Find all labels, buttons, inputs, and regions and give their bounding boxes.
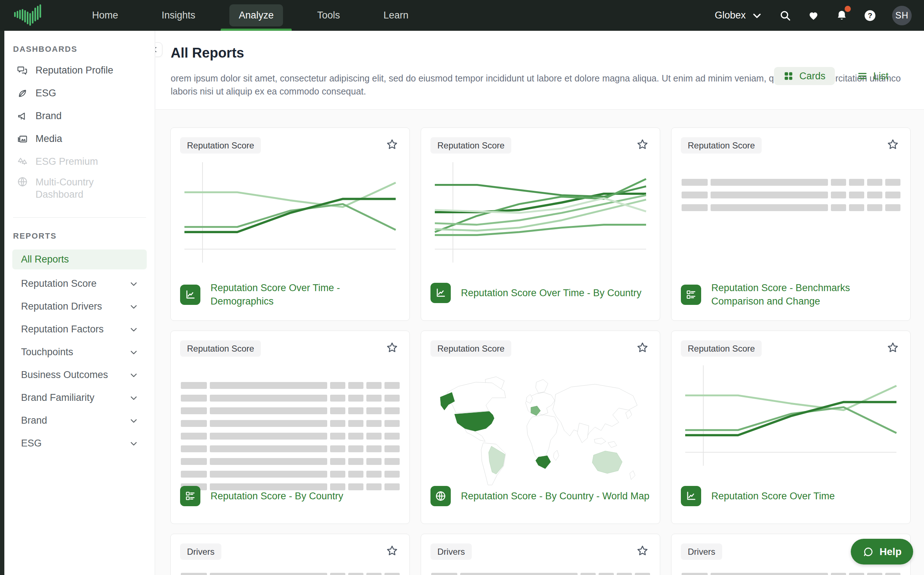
- report-card[interactable]: Reputation Score Reputation Score - Benc…: [671, 127, 911, 321]
- nav-item-insights[interactable]: Insights: [140, 0, 217, 31]
- report-link[interactable]: Reputation Score - By Country - World Ma…: [461, 489, 649, 503]
- chevron-down-icon: [129, 370, 139, 380]
- account-switcher[interactable]: Globex: [715, 10, 763, 22]
- star-icon[interactable]: [886, 341, 899, 354]
- page-title: All Reports: [170, 45, 244, 61]
- line-chart-icon: [430, 283, 451, 303]
- star-icon[interactable]: [636, 544, 649, 557]
- sidebar-item-multi-country-dashboard[interactable]: Multi-Country Dashboard: [4, 173, 155, 209]
- sidebar-item-esg[interactable]: ESG: [4, 82, 155, 105]
- report-card[interactable]: Reputation Score Reputation Score Over T…: [170, 127, 410, 321]
- chevron-down-icon: [751, 10, 763, 22]
- sidebar-item-brand-reports[interactable]: Brand: [4, 409, 155, 432]
- sidebar-item-brand[interactable]: Brand: [4, 105, 155, 127]
- nav-item-learn[interactable]: Learn: [362, 0, 430, 31]
- report-link[interactable]: Reputation Score Over Time - By Country: [461, 286, 641, 300]
- megaphone-icon: [17, 110, 28, 122]
- sidebar-item-reputation-factors[interactable]: Reputation Factors: [4, 318, 155, 341]
- sidebar-item-reputation-score[interactable]: Reputation Score: [4, 272, 155, 295]
- sidebar-item-business-outcomes[interactable]: Business Outcomes: [4, 364, 155, 386]
- avatar[interactable]: SH: [892, 6, 912, 25]
- sidebar-item-esg-premium[interactable]: ESG Premium: [4, 150, 155, 173]
- sidebar-item-media[interactable]: Media: [4, 127, 155, 150]
- primary-nav: Home Insights Analyze Tools Learn: [70, 0, 430, 31]
- table-icon: [180, 486, 201, 506]
- report-card-grid: Reputation Score Reputation Score Over T…: [170, 127, 924, 575]
- map-africa: [527, 415, 558, 461]
- map-alaska: [440, 392, 454, 410]
- category-tag: Reputation Score: [681, 137, 762, 154]
- notification-dot: [844, 6, 851, 12]
- category-tag: Drivers: [430, 543, 472, 560]
- report-card[interactable]: Reputation Score: [421, 330, 660, 524]
- map-india: [577, 423, 589, 443]
- category-tag: Reputation Score: [180, 340, 261, 357]
- map-indonesia: [608, 442, 617, 448]
- report-link[interactable]: Reputation Score Over Time: [711, 489, 835, 503]
- skeleton-row: [181, 382, 400, 389]
- report-link[interactable]: Reputation Score - By Country: [210, 489, 343, 503]
- sidebar-item-esg-reports[interactable]: ESG: [4, 432, 155, 455]
- nav-item-analyze[interactable]: Analyze: [217, 0, 295, 31]
- map-australia: [592, 451, 622, 473]
- sidebar-item-all-reports[interactable]: All Reports: [12, 249, 147, 269]
- list-view-button[interactable]: List: [848, 67, 898, 85]
- heart-icon[interactable]: [807, 10, 820, 22]
- map-south-africa: [535, 456, 550, 469]
- globe-icon: [430, 486, 451, 506]
- cards-area: Reputation Score Reputation Score Over T…: [155, 110, 924, 575]
- star-icon[interactable]: [636, 138, 649, 151]
- line-chart-preview: [182, 162, 398, 271]
- report-card[interactable]: Reputation Score Reputation Score Over T…: [671, 330, 911, 524]
- table-skeleton: [181, 382, 400, 496]
- star-icon[interactable]: [636, 341, 649, 354]
- trees-icon: [17, 156, 28, 168]
- map-southeast-asia: [594, 438, 606, 444]
- category-tag: Reputation Score: [681, 340, 762, 357]
- help-circle-icon[interactable]: ?: [864, 10, 876, 22]
- sidebar-item-reputation-drivers[interactable]: Reputation Drivers: [4, 295, 155, 318]
- sidebar-section-reports: REPORTS: [13, 231, 155, 241]
- skeleton-row: [181, 573, 400, 575]
- star-icon[interactable]: [386, 138, 398, 151]
- chevron-left-icon: [155, 46, 159, 54]
- skeleton-row: [431, 573, 650, 575]
- skeleton-row: [181, 471, 400, 478]
- report-card[interactable]: Drivers: [170, 534, 410, 575]
- star-icon[interactable]: [886, 138, 899, 151]
- cards-view-button[interactable]: Cards: [774, 67, 835, 85]
- sidebar-item-reputation-profile[interactable]: Reputation Profile: [4, 59, 155, 82]
- skeleton-row: [682, 192, 900, 199]
- svg-text:?: ?: [868, 11, 873, 19]
- world-map-preview: [435, 371, 646, 490]
- chat-bubble-icon: [862, 546, 874, 558]
- help-button[interactable]: Help: [851, 539, 913, 564]
- sidebar-item-touchpoints[interactable]: Touchpoints: [4, 341, 155, 364]
- nav-item-tools[interactable]: Tools: [295, 0, 362, 31]
- report-link[interactable]: Reputation Score Over Time - Demographic…: [210, 281, 401, 308]
- report-link[interactable]: Reputation Score - Benchmarks Comparison…: [711, 281, 902, 308]
- sidebar-divider: [13, 217, 146, 218]
- line-chart-icon: [180, 284, 201, 305]
- line-chart-preview: [432, 162, 649, 271]
- notifications-button[interactable]: [836, 10, 848, 22]
- waveform-logo[interactable]: [13, 4, 44, 27]
- sidebar-collapse-button[interactable]: [155, 42, 162, 57]
- skeleton-row: [682, 204, 900, 211]
- report-card[interactable]: Drivers: [421, 534, 660, 575]
- search-icon[interactable]: [779, 10, 792, 22]
- report-card[interactable]: Reputation Score Reputation Score - By C…: [170, 330, 410, 524]
- leaf-icon: [17, 87, 28, 99]
- top-nav: Home Insights Analyze Tools Learn Globex…: [0, 0, 924, 31]
- left-edge-rail: [0, 31, 4, 575]
- table-skeleton: [682, 179, 900, 217]
- map-scandinavia: [535, 380, 548, 393]
- star-icon[interactable]: [386, 544, 398, 557]
- sidebar-item-brand-familiarity[interactable]: Brand Familiarity: [4, 386, 155, 409]
- nav-item-home[interactable]: Home: [70, 0, 140, 31]
- category-tag: Reputation Score: [430, 137, 511, 154]
- cards-grid-icon: [784, 71, 793, 81]
- report-card[interactable]: Reputation Score Reputation Score Over T…: [421, 127, 660, 321]
- star-icon[interactable]: [386, 341, 398, 354]
- map-united-states: [455, 411, 494, 431]
